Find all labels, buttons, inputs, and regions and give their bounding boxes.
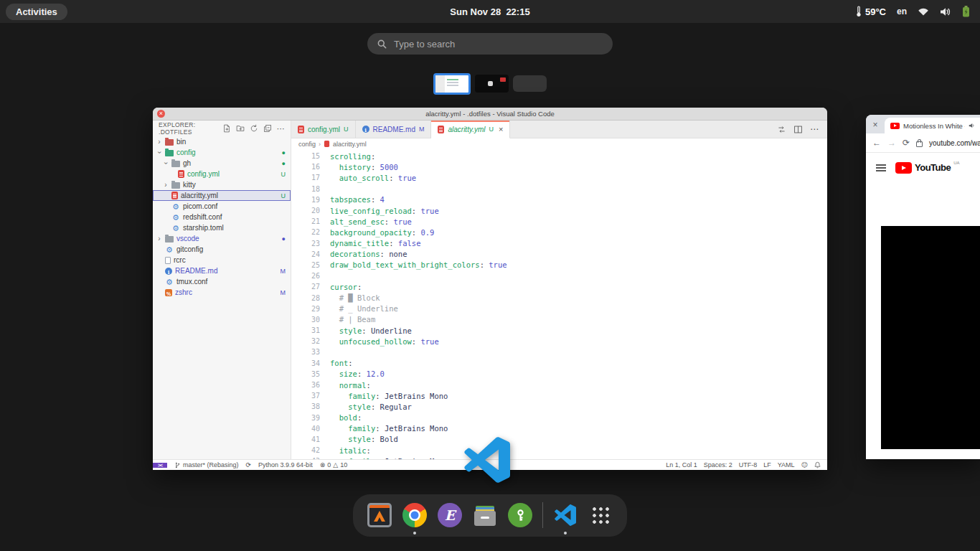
search-placeholder: Type to search xyxy=(394,39,455,50)
line-number: 24 xyxy=(291,250,330,258)
workspace-thumbnail-1[interactable] xyxy=(433,73,471,95)
forward-icon[interactable]: → xyxy=(887,138,896,148)
code-line: 32 unfocused_hollow: true xyxy=(291,336,827,347)
dock-item-app-grid[interactable] xyxy=(588,502,613,528)
tree-item-vscode[interactable]: ›vscode● xyxy=(153,233,291,244)
code-line: 23dynamic_title: false xyxy=(291,238,827,249)
tab-readme-md[interactable]: README.mdM xyxy=(356,121,432,138)
compare-changes-icon[interactable] xyxy=(777,125,786,134)
tabs: config.ymlUREADME.mdMalacritty.ymlU× xyxy=(291,121,510,138)
file-label: picom.conf xyxy=(183,202,217,210)
split-editor-icon[interactable] xyxy=(793,125,803,134)
sync-icon[interactable]: ⟳ xyxy=(246,461,252,468)
breadcrumb[interactable]: config › alacritty.yml xyxy=(291,138,827,149)
status-text-ln-1-col-1[interactable]: Ln 1, Col 1 xyxy=(666,461,697,468)
explorer-sidebar: EXPLORER: .DOTFILES ⋯ ›bin›config●›gh●co… xyxy=(153,121,291,460)
workspace-thumbnail-2[interactable] xyxy=(475,75,509,93)
tree-item-config-yml[interactable]: config.ymlU xyxy=(153,169,291,179)
line-number: 38 xyxy=(291,402,330,410)
code-line: 17 auto_scroll: true xyxy=(291,172,827,183)
tree-item-alacritty-yml[interactable]: alacritty.ymlU xyxy=(153,190,291,201)
tree-item-picom-conf[interactable]: picom.conf xyxy=(153,201,291,212)
file-label: tmux.conf xyxy=(176,278,207,286)
dock-item-alacritty[interactable] xyxy=(367,502,392,528)
dock-item-chrome[interactable] xyxy=(402,502,428,528)
status-text-lf[interactable]: LF xyxy=(763,461,771,468)
new-file-icon[interactable] xyxy=(222,124,231,133)
file-label: alacritty.yml xyxy=(181,192,218,199)
editor-more-actions-icon[interactable]: ⋯ xyxy=(810,124,819,134)
file-tree: ›bin›config●›gh●config.ymlU›kittyalacrit… xyxy=(153,136,291,298)
thermometer-icon xyxy=(856,6,862,17)
chrome-window[interactable]: × Motionless In White - / ← → ⟳ youtube.… xyxy=(866,115,980,459)
tab-alacritty-yml[interactable]: alacritty.ymlU× xyxy=(431,121,510,138)
tree-item-kitty[interactable]: ›kitty xyxy=(153,179,291,190)
dock-item-files[interactable] xyxy=(472,502,498,528)
activities-button[interactable]: Activities xyxy=(6,4,67,20)
wifi-icon[interactable] xyxy=(918,7,929,16)
youtube-logo[interactable]: YouTube UA xyxy=(895,162,960,174)
tree-item-bin[interactable]: ›bin xyxy=(153,136,291,147)
breadcrumb-file[interactable]: alacritty.yml xyxy=(333,141,367,148)
feedback-icon[interactable]: ☺ xyxy=(801,461,808,468)
close-tab-icon[interactable]: × xyxy=(499,125,503,133)
chrome-icon xyxy=(402,503,427,527)
tree-item-config[interactable]: ›config● xyxy=(153,147,291,158)
tree-item-zshrc[interactable]: zshrcM xyxy=(153,287,291,298)
notifications-bell[interactable] xyxy=(814,461,821,468)
tree-item-starship-toml[interactable]: starship.toml xyxy=(153,222,291,233)
keyboard-layout-indicator[interactable]: en xyxy=(897,6,907,17)
menu-icon[interactable] xyxy=(876,164,886,171)
clock[interactable]: Sun Nov 28 22:15 xyxy=(450,6,529,17)
bell-icon[interactable] xyxy=(814,461,821,468)
new-folder-icon[interactable] xyxy=(236,124,245,133)
tree-item-readme-md[interactable]: README.mdM xyxy=(153,265,291,276)
collapse-folders-icon[interactable] xyxy=(263,124,272,133)
browser-tab[interactable]: Motionless In White - / xyxy=(885,118,980,133)
tab-audio-icon[interactable] xyxy=(969,123,975,128)
reload-icon[interactable]: ⟳ xyxy=(903,138,910,148)
refresh-icon[interactable] xyxy=(250,124,258,133)
code-line: 40 family: JetBrains Mono xyxy=(291,423,827,434)
status-text-utf-8[interactable]: UTF-8 xyxy=(739,461,758,468)
vscode-window[interactable]: × alacritty.yml - .dotfiles - Visual Stu… xyxy=(153,108,827,470)
file-label: starship.toml xyxy=(183,224,224,232)
workspace-thumbnail-3[interactable] xyxy=(513,75,547,92)
search-input[interactable]: Type to search xyxy=(367,33,613,55)
folder-gray-icon xyxy=(165,236,174,242)
breadcrumb-folder[interactable]: config xyxy=(298,141,316,148)
git-branch-status[interactable]: master* (Rebasing) xyxy=(174,461,239,469)
dock-item-passwords[interactable] xyxy=(507,502,533,528)
address-bar[interactable]: youtube.com/wa xyxy=(929,139,980,147)
tree-item-tmux-conf[interactable]: tmux.conf xyxy=(153,276,291,287)
code-line: 37 family: JetBrains Mono xyxy=(291,390,827,401)
dock-item-vscode[interactable] xyxy=(552,502,578,528)
video-player[interactable] xyxy=(881,226,980,449)
volume-icon[interactable] xyxy=(940,7,951,17)
folder-gray-icon xyxy=(171,161,180,167)
vscode-titlebar[interactable]: × alacritty.yml - .dotfiles - Visual Stu… xyxy=(153,108,827,121)
back-icon[interactable]: ← xyxy=(872,138,881,148)
vscode-logo-drag[interactable] xyxy=(464,437,510,483)
git-badge: ● xyxy=(282,235,286,242)
more-actions-icon[interactable]: ⋯ xyxy=(277,125,285,133)
status-text-yaml[interactable]: YAML xyxy=(778,461,795,468)
zsh-icon xyxy=(165,289,172,296)
youtube-country-badge: UA xyxy=(953,161,959,165)
tab-config-yml[interactable]: config.ymlU xyxy=(291,121,356,138)
tree-item-rcrc[interactable]: rcrc xyxy=(153,255,291,265)
problems-status[interactable]: ⊗0△10 xyxy=(320,461,348,468)
temperature-indicator: 59°C xyxy=(856,6,886,17)
remote-indicator[interactable]: >< xyxy=(153,463,167,468)
tab-label: alacritty.yml xyxy=(448,126,485,133)
status-text-python-3-9-9-64-bit[interactable]: Python 3.9.9 64-bit xyxy=(258,461,313,468)
tree-item-gh[interactable]: ›gh● xyxy=(153,158,291,169)
dock-item-emacs[interactable]: E xyxy=(437,502,463,528)
tree-item-redshift-conf[interactable]: redshift.conf xyxy=(153,212,291,222)
code-area[interactable]: 15scrolling:16 history: 500017 auto_scro… xyxy=(291,149,827,460)
battery-icon[interactable] xyxy=(962,6,970,17)
status-text-spaces-2[interactable]: Spaces: 2 xyxy=(704,461,732,468)
line-number: 36 xyxy=(291,381,330,389)
tree-item-gitconfig[interactable]: gitconfig xyxy=(153,244,291,255)
window-close-button[interactable]: × xyxy=(866,116,885,133)
